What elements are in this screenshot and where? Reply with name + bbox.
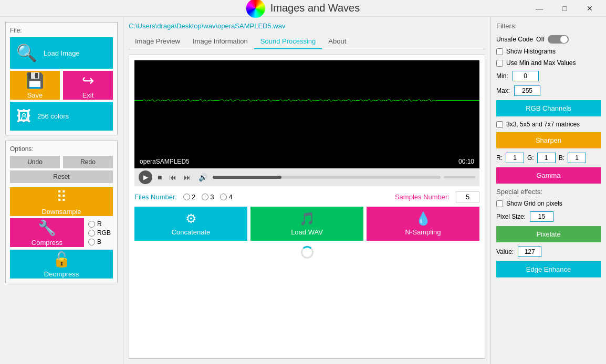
file-option-2[interactable]: 2: [183, 193, 195, 201]
load-image-button[interactable]: 🔍 Load Image: [10, 37, 113, 69]
min-label: Min:: [496, 72, 508, 80]
radio-r[interactable]: R: [88, 220, 111, 228]
title-bar: Images and Waves — □ ✕: [0, 0, 606, 17]
value-label: Value:: [496, 248, 514, 255]
matrix-checkbox[interactable]: [496, 121, 503, 128]
prev-button[interactable]: ⏮: [167, 172, 179, 183]
radio-group: R RGB B: [86, 218, 113, 248]
value-input[interactable]: [518, 247, 541, 257]
concatenate-button[interactable]: ⚙ Concatenate: [134, 207, 247, 241]
rgb-channels-button[interactable]: RGB Channels: [496, 100, 601, 116]
image-icon: 🖼: [16, 108, 31, 125]
main-container: File: 🔍 Load Image 💾 Save ↪ Exit 🖼 256 c…: [0, 17, 606, 364]
b-label: B:: [559, 154, 565, 162]
downsample-button[interactable]: ⠿ Downsample: [10, 187, 113, 216]
exit-button[interactable]: ↪ Exit: [63, 71, 113, 100]
nsampling-label: N-Sampling: [405, 228, 441, 236]
pixelate-button[interactable]: Pixelate: [496, 226, 601, 242]
progress-fill: [213, 176, 281, 179]
sharpen-button[interactable]: Sharpen: [496, 132, 601, 148]
show-grid-row: Show Grid on pixels: [496, 200, 601, 207]
unsafe-toggle[interactable]: [548, 35, 569, 44]
unsafe-code-label: Unsafe Code: [496, 36, 533, 43]
gamma-button[interactable]: Gamma: [496, 167, 601, 184]
show-grid-checkbox[interactable]: [496, 200, 503, 207]
max-input[interactable]: [514, 85, 540, 96]
radio-rgb[interactable]: RGB: [88, 229, 111, 237]
volume-slider[interactable]: [444, 176, 475, 178]
matrix-row: 3x3, 5x5 and 7x7 matrices: [496, 121, 601, 128]
min-input[interactable]: [513, 71, 539, 81]
file-label: File:: [10, 27, 113, 34]
samples-number-label: Samples Number:: [395, 193, 450, 201]
app-icon: [246, 0, 265, 18]
title-center: Images and Waves: [246, 0, 360, 18]
b-input[interactable]: [568, 153, 586, 163]
progress-bar[interactable]: [213, 176, 441, 179]
stop-button[interactable]: ■: [155, 172, 164, 183]
histograms-row: Show Histograms: [496, 48, 601, 55]
loading-spinner: [134, 241, 479, 264]
tab-sound-processing[interactable]: Sound Processing: [254, 34, 322, 49]
right-panel: Filters: Unsafe Code Off Show Histograms…: [490, 17, 606, 364]
waveform-display: operaSAMPLED5 00:10 ▶ ■ ⏮ ⏭ 🔊: [134, 60, 479, 186]
play-button[interactable]: ▶: [139, 170, 152, 184]
app-title: Images and Waves: [270, 2, 360, 14]
pixel-size-label: Pixel Size:: [496, 213, 526, 220]
player-controls: ▶ ■ ⏮ ⏭ 🔊: [134, 168, 479, 186]
redo-button[interactable]: Redo: [63, 156, 113, 168]
track-name-label: operaSAMPLED5: [140, 158, 190, 165]
r-label: R:: [496, 154, 503, 162]
off-label: Off: [536, 36, 545, 43]
minimize-button[interactable]: —: [527, 1, 551, 16]
next-button[interactable]: ⏭: [182, 172, 193, 183]
load-wav-button[interactable]: 🎵 Load WAV: [250, 207, 363, 241]
tab-image-preview[interactable]: Image Preview: [129, 34, 186, 49]
g-input[interactable]: [537, 153, 556, 163]
toggle-knob: [560, 36, 568, 43]
max-label: Max:: [496, 87, 510, 94]
concat-icon: ⚙: [185, 211, 197, 226]
decompress-button[interactable]: 🔓 Deompress: [10, 250, 113, 279]
rgb-values-row: R: G: B:: [496, 153, 601, 163]
colors-button[interactable]: 🖼 256 colors: [10, 102, 113, 131]
n-sampling-button[interactable]: 💧 N-Sampling: [367, 207, 479, 241]
file-option-3[interactable]: 3: [202, 193, 214, 201]
action-buttons: ⚙ Concatenate 🎵 Load WAV 💧 N-Sampling: [134, 207, 479, 241]
tab-about[interactable]: About: [322, 34, 352, 49]
radio-b[interactable]: B: [88, 238, 111, 245]
decompress-icon: 🔓: [53, 251, 71, 268]
tabs: Image Preview Image Information Sound Pr…: [129, 34, 485, 49]
undo-button[interactable]: Undo: [10, 156, 60, 168]
file-option-4[interactable]: 4: [220, 193, 232, 201]
matrix-label: 3x3, 5x5 and 7x7 matrices: [506, 121, 580, 128]
samples-input[interactable]: [456, 191, 479, 202]
load-wav-label: Load WAV: [291, 228, 323, 236]
maximize-button[interactable]: □: [552, 1, 577, 16]
show-grid-label: Show Grid on pixels: [506, 200, 562, 207]
file-path: C:\Users\draga\Desktop\wav\operaSAMPLED5…: [129, 22, 485, 30]
close-button[interactable]: ✕: [578, 1, 602, 16]
g-label: G:: [527, 154, 534, 162]
use-min-max-checkbox[interactable]: [496, 60, 503, 67]
r-input[interactable]: [506, 153, 524, 163]
tab-image-information[interactable]: Image Information: [186, 34, 254, 49]
undo-redo-row: Undo Redo: [10, 156, 113, 168]
pixel-size-input[interactable]: [530, 211, 553, 222]
unsafe-code-row: Unsafe Code Off: [496, 35, 601, 44]
exit-icon: ↪: [82, 72, 94, 89]
compress-button[interactable]: 🔧 Compress: [10, 218, 84, 247]
options-panel-box: Options: Undo Redo Reset ⠿ Downsample 🔧 …: [5, 141, 118, 283]
files-samples-row: Files Number: 2 3 4 Samples Number:: [134, 191, 479, 202]
files-number-label: Files Number:: [134, 193, 177, 201]
reset-button[interactable]: Reset: [10, 170, 113, 183]
drop-icon: 💧: [415, 211, 431, 226]
max-row: Max:: [496, 85, 601, 96]
file-panel-box: File: 🔍 Load Image 💾 Save ↪ Exit 🖼 256 c…: [5, 22, 118, 135]
load-image-label: Load Image: [44, 49, 80, 57]
show-histograms-checkbox[interactable]: [496, 48, 503, 55]
edge-enhance-button[interactable]: Edge Enhance: [496, 261, 601, 277]
volume-button[interactable]: 🔊: [196, 172, 210, 183]
colors-label: 256 colors: [37, 112, 69, 120]
save-button[interactable]: 💾 Save: [10, 71, 60, 100]
